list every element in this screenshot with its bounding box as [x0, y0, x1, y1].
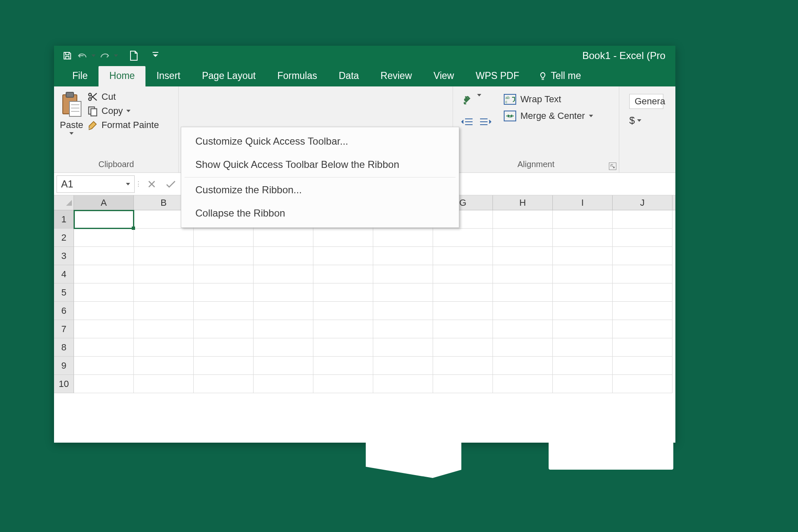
cell-I10[interactable]	[553, 375, 613, 393]
cell-F2[interactable]	[373, 229, 433, 247]
cell-I7[interactable]	[553, 320, 613, 338]
tab-view[interactable]: View	[423, 66, 465, 86]
tab-formulas[interactable]: Formulas	[266, 66, 328, 86]
cell-J9[interactable]	[613, 357, 672, 375]
cell-A7[interactable]	[74, 320, 134, 338]
menu-collapse-ribbon[interactable]: Collapse the Ribbon	[181, 202, 459, 225]
cell-J7[interactable]	[613, 320, 672, 338]
cell-A3[interactable]	[74, 247, 134, 265]
cell-A2[interactable]	[74, 229, 134, 247]
cell-J6[interactable]	[613, 302, 672, 320]
row-header-4[interactable]: 4	[54, 265, 74, 283]
cell-B2[interactable]	[134, 229, 194, 247]
cell-H7[interactable]	[493, 320, 553, 338]
cell-I2[interactable]	[553, 229, 613, 247]
cell-H3[interactable]	[493, 247, 553, 265]
cell-G5[interactable]	[433, 283, 493, 302]
cell-I6[interactable]	[553, 302, 613, 320]
cell-G9[interactable]	[433, 357, 493, 375]
paste-button[interactable]: Paste	[60, 91, 83, 135]
cell-E8[interactable]	[313, 338, 373, 357]
cell-C6[interactable]	[194, 302, 254, 320]
tab-file[interactable]: File	[62, 66, 99, 86]
cell-D10[interactable]	[254, 375, 313, 393]
menu-customize-ribbon[interactable]: Customize the Ribbon...	[181, 178, 459, 202]
cell-J5[interactable]	[613, 283, 672, 302]
cell-B4[interactable]	[134, 265, 194, 283]
new-file-icon[interactable]	[128, 50, 140, 62]
tab-home[interactable]: Home	[99, 66, 145, 86]
cell-H9[interactable]	[493, 357, 553, 375]
cell-D4[interactable]	[254, 265, 313, 283]
paste-dropdown-icon[interactable]	[69, 132, 74, 135]
cell-H10[interactable]	[493, 375, 553, 393]
menu-customize-qat[interactable]: Customize Quick Access Toolbar...	[181, 130, 459, 153]
row-header-7[interactable]: 7	[54, 320, 74, 338]
cell-C4[interactable]	[194, 265, 254, 283]
accounting-dropdown-icon[interactable]	[637, 119, 641, 122]
cell-C2[interactable]	[194, 229, 254, 247]
cell-B8[interactable]	[134, 338, 194, 357]
cell-E2[interactable]	[313, 229, 373, 247]
cell-F10[interactable]	[373, 375, 433, 393]
cell-H6[interactable]	[493, 302, 553, 320]
orientation-button[interactable]: ab	[459, 94, 475, 108]
cell-H4[interactable]	[493, 265, 553, 283]
name-box-dropdown-icon[interactable]	[126, 183, 130, 185]
enter-formula-button[interactable]	[161, 175, 180, 193]
cell-F5[interactable]	[373, 283, 433, 302]
cell-D3[interactable]	[254, 247, 313, 265]
merge-dropdown-icon[interactable]	[589, 115, 593, 117]
tab-page-layout[interactable]: Page Layout	[191, 66, 266, 86]
cell-D7[interactable]	[254, 320, 313, 338]
cell-I3[interactable]	[553, 247, 613, 265]
tab-data[interactable]: Data	[328, 66, 370, 86]
cell-E4[interactable]	[313, 265, 373, 283]
cell-C10[interactable]	[194, 375, 254, 393]
name-box[interactable]: A1	[57, 175, 135, 193]
col-header-H[interactable]: H	[493, 195, 553, 210]
cell-A9[interactable]	[74, 357, 134, 375]
cell-A10[interactable]	[74, 375, 134, 393]
row-header-3[interactable]: 3	[54, 247, 74, 265]
wrap-text-button[interactable]: abc Wrap Text	[504, 94, 593, 105]
cell-G6[interactable]	[433, 302, 493, 320]
cell-G2[interactable]	[433, 229, 493, 247]
cell-B10[interactable]	[134, 375, 194, 393]
cell-E6[interactable]	[313, 302, 373, 320]
tab-wps-pdf[interactable]: WPS PDF	[465, 66, 530, 86]
cancel-formula-button[interactable]	[142, 175, 161, 193]
cell-G4[interactable]	[433, 265, 493, 283]
cell-F3[interactable]	[373, 247, 433, 265]
cell-F4[interactable]	[373, 265, 433, 283]
save-icon[interactable]	[62, 50, 73, 62]
merge-center-button[interactable]: a Merge & Center	[504, 111, 593, 121]
cell-D2[interactable]	[254, 229, 313, 247]
tab-review[interactable]: Review	[370, 66, 423, 86]
cell-D6[interactable]	[254, 302, 313, 320]
cell-H2[interactable]	[493, 229, 553, 247]
cell-A6[interactable]	[74, 302, 134, 320]
cell-B3[interactable]	[134, 247, 194, 265]
cell-G8[interactable]	[433, 338, 493, 357]
cell-E10[interactable]	[313, 375, 373, 393]
cell-G7[interactable]	[433, 320, 493, 338]
row-header-10[interactable]: 10	[54, 375, 74, 393]
row-header-2[interactable]: 2	[54, 229, 74, 247]
cell-B5[interactable]	[134, 283, 194, 302]
tell-me-search[interactable]: Tell me	[530, 66, 589, 86]
cell-G3[interactable]	[433, 247, 493, 265]
cell-I1[interactable]	[553, 210, 613, 229]
cell-A4[interactable]	[74, 265, 134, 283]
cell-A5[interactable]	[74, 283, 134, 302]
increase-indent-button[interactable]	[477, 115, 494, 129]
cell-B9[interactable]	[134, 357, 194, 375]
cell-E9[interactable]	[313, 357, 373, 375]
cell-E3[interactable]	[313, 247, 373, 265]
cut-button[interactable]: Cut	[87, 91, 159, 102]
decrease-indent-button[interactable]	[459, 115, 475, 129]
cell-J4[interactable]	[613, 265, 672, 283]
cell-J10[interactable]	[613, 375, 672, 393]
cell-B6[interactable]	[134, 302, 194, 320]
format-painter-button[interactable]: Format Painte	[87, 120, 159, 131]
